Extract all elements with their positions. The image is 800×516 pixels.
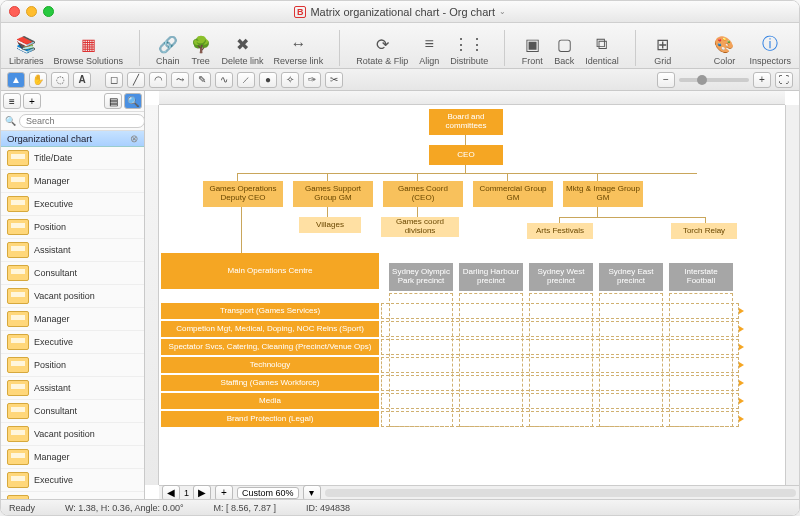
sidebar-item[interactable]: Assistant [1, 377, 144, 400]
distribute-button[interactable]: ⋮⋮Distribute [450, 33, 488, 66]
zoom-level[interactable]: Custom 60% [237, 487, 299, 499]
reverse-link-button[interactable]: ↔Reverse link [274, 33, 324, 66]
connector-tool[interactable]: ⤳ [171, 72, 189, 88]
segment-tool[interactable]: ⟋ [237, 72, 255, 88]
node-l2-0[interactable]: Games Operations Deputy CEO [203, 181, 283, 207]
browse-button[interactable]: ▦Browse Solutions [54, 33, 124, 66]
sidebar-search-button[interactable]: 🔍 [124, 93, 142, 109]
inspectors-button[interactable]: ⓘInspectors [749, 33, 791, 66]
hscroll-track[interactable] [325, 489, 796, 497]
sidebar-item[interactable]: Position [1, 216, 144, 239]
chain-button[interactable]: 🔗Chain [156, 33, 180, 66]
chevron-down-icon[interactable]: ⌄ [499, 7, 506, 16]
sidebar-item[interactable]: Consultant [1, 262, 144, 285]
node-col-3[interactable]: Sydney East precinct [599, 263, 663, 291]
page-number: 1 [184, 488, 189, 498]
zoom-in-button[interactable]: + [753, 72, 771, 88]
delete-link-button[interactable]: ✖Delete link [222, 33, 264, 66]
hand-tool[interactable]: ✋ [29, 72, 47, 88]
tree-button[interactable]: 🌳Tree [190, 33, 212, 66]
node-main-ops[interactable]: Main Operations Centre [161, 253, 379, 289]
node-tool[interactable]: ● [259, 72, 277, 88]
sidebar-menu-button[interactable]: ≡ [3, 93, 21, 109]
sidebar-item[interactable]: Manager [1, 170, 144, 193]
sidebar-item[interactable]: Consultant [1, 400, 144, 423]
node-col-0[interactable]: Sydney Olympic Park precinct [389, 263, 453, 291]
node-l3-1[interactable]: Games coord divisions [381, 217, 459, 237]
spline-tool[interactable]: ∿ [215, 72, 233, 88]
text-tool[interactable]: A [73, 72, 91, 88]
front-button[interactable]: ▣Front [521, 33, 543, 66]
node-l2-1[interactable]: Games Support Group GM [293, 181, 373, 207]
sidebar-add-button[interactable]: + [23, 93, 41, 109]
canvas[interactable]: Board and committeesCEOGames Operations … [159, 105, 785, 485]
node-row-3[interactable]: Technology [161, 357, 379, 373]
node-row-4[interactable]: Staffing (Games Workforce) [161, 375, 379, 391]
close-icon[interactable]: ⊗ [130, 133, 138, 144]
zoom-fit-button[interactable]: ⛶ [775, 72, 793, 88]
sidebar-item[interactable]: Manager [1, 446, 144, 469]
sidebar-item[interactable]: Manager [1, 308, 144, 331]
next-page-button[interactable]: ▶ [193, 485, 211, 500]
sidebar-item-label: Manager [34, 176, 70, 186]
sidebar-group-header[interactable]: Organizational chart ⊗ [1, 131, 144, 147]
smart-tool[interactable]: ✎ [193, 72, 211, 88]
node-col-4[interactable]: Interstate Football [669, 263, 733, 291]
scrollbar-horizontal[interactable]: ◀ 1 ▶ + Custom 60% ▾ [159, 485, 799, 499]
node-row-0[interactable]: Transport (Games Services) [161, 303, 379, 319]
sidebar-item-label: Assistant [34, 245, 71, 255]
add-page-button[interactable]: + [215, 485, 233, 500]
sidebar-item[interactable]: Vacant position [1, 423, 144, 446]
rotate-button[interactable]: ⟳Rotate & Flip [356, 33, 408, 66]
status-mouse: M: [ 8.56, 7.87 ] [214, 503, 277, 513]
node-row-5[interactable]: Media [161, 393, 379, 409]
shape-tool[interactable]: ◻ [105, 72, 123, 88]
libraries-button[interactable]: 📚Libraries [9, 33, 44, 66]
sidebar-item[interactable]: Assistant [1, 239, 144, 262]
anchor-tool[interactable]: ✧ [281, 72, 299, 88]
search-input[interactable] [19, 114, 145, 128]
node-row-6[interactable]: Brand Protection (Legal) [161, 411, 379, 427]
libraries-label: Libraries [9, 56, 44, 66]
node-col-2[interactable]: Sydney West precinct [529, 263, 593, 291]
color-button[interactable]: 🎨Color [713, 33, 735, 66]
node-col-1[interactable]: Darling Harbour precinct [459, 263, 523, 291]
sidebar-view-list-button[interactable]: ▤ [104, 93, 122, 109]
sidebar-item-label: Executive [34, 475, 73, 485]
zoom-out-button[interactable]: − [657, 72, 675, 88]
line-tool[interactable]: ╱ [127, 72, 145, 88]
node-row-1[interactable]: Competion Mgt, Medical, Doping, NOC Reln… [161, 321, 379, 337]
sidebar-item[interactable]: Position [1, 354, 144, 377]
node-ceo[interactable]: CEO [429, 145, 503, 165]
node-l2-2[interactable]: Games Coord (CEO) [383, 181, 463, 207]
node-l2-3[interactable]: Commercial Group GM [473, 181, 553, 207]
sidebar-item[interactable]: Executive [1, 331, 144, 354]
node-l3-0[interactable]: Villages [299, 217, 361, 233]
zoom-dropdown[interactable]: ▾ [303, 485, 321, 500]
group-title: Organizational chart [7, 133, 92, 144]
sidebar-item[interactable]: Executive [1, 469, 144, 492]
sidebar-item[interactable]: Title/Date [1, 147, 144, 170]
crop-tool[interactable]: ✂ [325, 72, 343, 88]
lasso-tool[interactable]: ◌ [51, 72, 69, 88]
back-button[interactable]: ▢Back [553, 33, 575, 66]
grid-button[interactable]: ⊞Grid [652, 33, 674, 66]
eyedrop-tool[interactable]: ✑ [303, 72, 321, 88]
identical-button[interactable]: ⧉Identical [585, 33, 619, 66]
sidebar-item[interactable]: Position [1, 492, 144, 499]
sidebar-item[interactable]: Executive [1, 193, 144, 216]
arc-tool[interactable]: ◠ [149, 72, 167, 88]
node-l3-3[interactable]: Torch Relay [671, 223, 737, 239]
prev-page-button[interactable]: ◀ [162, 485, 180, 500]
node-row-2[interactable]: Spectator Svcs, Catering, Cleaning (Prec… [161, 339, 379, 355]
sidebar-item[interactable]: Vacant position [1, 285, 144, 308]
color-label: Color [714, 56, 736, 66]
pointer-tool[interactable]: ▲ [7, 72, 25, 88]
node-board[interactable]: Board and committees [429, 109, 503, 135]
align-button[interactable]: ≡Align [418, 33, 440, 66]
node-l3-2[interactable]: Arts Festivals [527, 223, 593, 239]
scrollbar-vertical[interactable] [785, 105, 799, 485]
titlebar: B Matrix organizational chart - Org char… [1, 1, 799, 23]
node-l2-4[interactable]: Mktg & Image Group GM [563, 181, 643, 207]
zoom-slider[interactable] [679, 78, 749, 82]
